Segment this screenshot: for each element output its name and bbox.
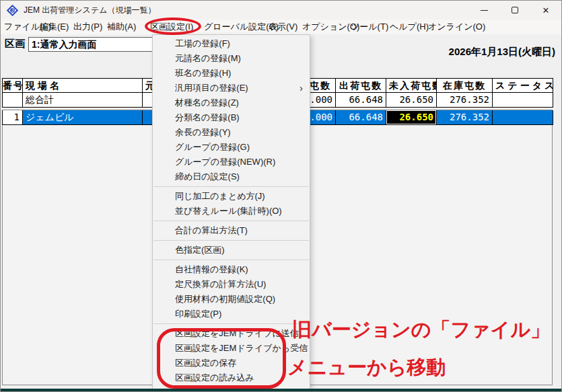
dropdown-item-9[interactable]: 締め日の設定(S) <box>153 169 310 184</box>
dropdown-item-7[interactable]: グループの登録(G) <box>153 140 310 155</box>
table-cell[interactable] <box>493 110 553 125</box>
dropdown-item-13[interactable]: 色指定(区画) <box>153 243 310 258</box>
kukaku-label: 区画 <box>5 38 25 50</box>
minimize-icon <box>481 10 488 11</box>
dropdown-item-label: 班名の登録(H) <box>175 68 231 78</box>
table-cell: 番号 <box>3 78 23 93</box>
dropdown-item-17[interactable]: 印刷設定(P) <box>153 307 310 321</box>
dropdown-item-label: 分類名の登録(B) <box>175 112 240 122</box>
dropdown-item-4[interactable]: 材種名の登録(Z) <box>153 95 310 110</box>
menubar-item-8[interactable]: ツール(T) <box>351 19 388 34</box>
menubar-item-10[interactable]: オンライン(O) <box>428 19 485 34</box>
dropdown-item-3[interactable]: 汎用項目の登録(E)› <box>153 81 310 95</box>
dropdown-item-label: 同じ加工のまとめ方(J) <box>175 191 265 201</box>
dropdown-item-label: 自社情報の登録(K) <box>175 264 248 274</box>
menubar-item-9[interactable]: ヘルプ(H) <box>390 19 429 34</box>
maximize-button[interactable] <box>499 1 530 19</box>
dropdown-item-label: グループの登録(G) <box>175 142 250 152</box>
table-cell <box>3 93 23 108</box>
close-button[interactable]: ✕ <box>530 1 561 19</box>
dropdown-item-label: 余長の登録(Y) <box>175 127 231 137</box>
dropdown-item-label: グループの登録(NEW)(R) <box>175 157 275 167</box>
menubar-item-3[interactable]: 補助(A) <box>107 19 136 34</box>
table-cell <box>493 93 553 108</box>
title-bar: J JEM 出荷管理システム（現場一覧） ✕ <box>1 1 561 19</box>
bottom-edge-strip <box>1 389 561 392</box>
dropdown-item-6[interactable]: 余長の登録(Y) <box>153 125 310 140</box>
annotation-text-line1: 旧バージョンの「ファイル」 <box>292 317 550 344</box>
dropdown-item-label: 印刷設定(P) <box>175 309 221 319</box>
dropdown-item-label: 工場の登録(F) <box>175 38 230 48</box>
dropdown-item-1[interactable]: 元請名の登録(M) <box>153 51 310 66</box>
close-icon: ✕ <box>542 6 550 15</box>
menu-separator <box>153 240 309 241</box>
menu-bar: ファイル(F)編集(E)出力(P)補助(A)区画設定(I)グローバル設定(G)表… <box>1 19 561 34</box>
table-cell: 総合計 <box>23 93 143 108</box>
table-cell: 在庫屯数 <box>437 78 493 93</box>
dropdown-item-label: 合計の算出方法(T) <box>175 225 248 235</box>
dropdown-item-label: 並び替えルール(集計時)(O) <box>175 206 282 216</box>
annotation-text-line2: メニューから移動 <box>287 354 446 381</box>
app-window: J JEM 出荷管理システム（現場一覧） ✕ ファイル(F)編集(E)出力(P)… <box>0 0 562 392</box>
dropdown-item-5[interactable]: 分類名の登録(B) <box>153 110 310 125</box>
table-cell[interactable]: 66.648 <box>336 110 386 125</box>
dropdown-item-11[interactable]: 並び替えルール(集計時)(O) <box>153 204 310 219</box>
table-cell: 26.650 <box>386 93 437 108</box>
annotation-circle-menu <box>145 17 201 35</box>
current-date: 2026年1月13日(火曜日) <box>378 46 555 58</box>
menubar-item-1[interactable]: 編集(E) <box>40 19 69 34</box>
table-cell: 現場名 <box>23 78 143 93</box>
window-title: JEM 出荷管理システム（現場一覧） <box>24 5 155 16</box>
table-cell: 276.352 <box>437 93 493 108</box>
minimize-button[interactable] <box>468 1 499 19</box>
kukaku-combobox-value: 1:通常入力画面 <box>32 39 96 50</box>
table-cell[interactable]: ジェムビル <box>23 110 143 125</box>
dropdown-item-label: 定尺換算の計算方法(U) <box>175 279 266 289</box>
svg-text:J: J <box>11 8 13 13</box>
dropdown-item-2[interactable]: 班名の登録(H) <box>153 66 310 81</box>
menubar-item-2[interactable]: 出力(P) <box>73 19 102 34</box>
dropdown-item-8[interactable]: グループの登録(NEW)(R) <box>153 155 310 169</box>
dropdown-item-16[interactable]: 使用材料の初期値設定(Q) <box>153 292 310 307</box>
window-controls: ✕ <box>468 1 561 19</box>
dropdown-item-0[interactable]: 工場の登録(F) <box>153 36 310 51</box>
selected-cell[interactable]: 26.650 <box>386 110 437 125</box>
table-cell[interactable]: 1 <box>3 110 23 125</box>
dropdown-item-label: 汎用項目の登録(E) <box>175 83 248 93</box>
table-cell: 未入荷屯数 <box>386 78 437 93</box>
menubar-item-6[interactable]: 表示(V) <box>269 19 297 34</box>
menu-separator <box>153 323 309 324</box>
menubar-item-5[interactable]: グローバル設定(G) <box>204 19 279 34</box>
dropdown-item-15[interactable]: 定尺換算の計算方法(U) <box>153 277 310 292</box>
maximize-icon <box>512 7 518 13</box>
dropdown-item-label: 元請名の登録(M) <box>175 53 241 63</box>
menu-separator <box>153 186 309 187</box>
table-cell[interactable]: 276.352 <box>437 110 493 125</box>
table-cell: 66.648 <box>336 93 386 108</box>
dropdown-item-label: 締め日の設定(S) <box>175 171 240 182</box>
dropdown-item-14[interactable]: 自社情報の登録(K) <box>153 262 310 277</box>
menu-separator <box>153 260 309 260</box>
dropdown-item-10[interactable]: 同じ加工のまとめ方(J) <box>153 189 310 204</box>
dropdown-item-12[interactable]: 合計の算出方法(T) <box>153 223 310 238</box>
app-icon: J <box>7 5 18 16</box>
dropdown-item-label: 使用材料の初期値設定(Q) <box>175 294 275 304</box>
dropdown-item-label: 色指定(区画) <box>175 245 225 255</box>
dropdown-item-label: 材種名の登録(Z) <box>175 97 239 108</box>
menu-separator <box>153 221 309 221</box>
table-cell: ステータス <box>493 78 553 93</box>
kukaku-combobox[interactable]: 1:通常入力画面 <box>28 37 153 52</box>
table-cell: 出荷屯数 <box>336 78 386 93</box>
annotation-box-menu-items <box>157 328 286 389</box>
submenu-arrow-icon: › <box>300 81 303 95</box>
